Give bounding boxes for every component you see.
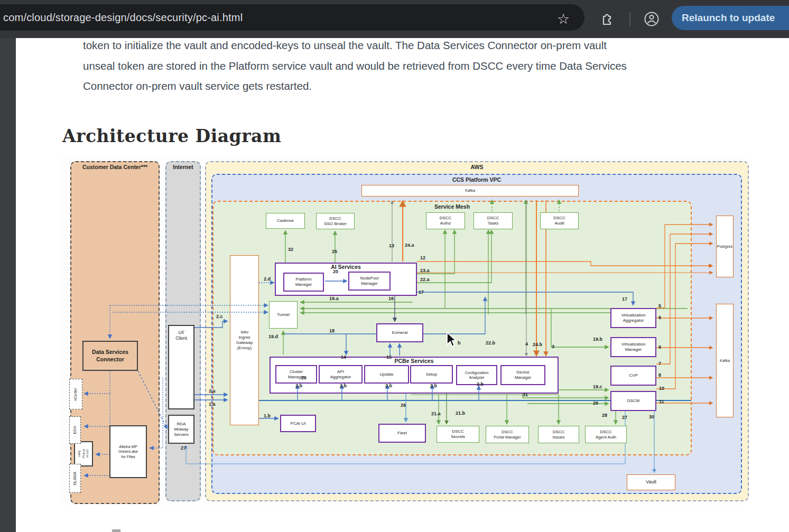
edge-label: 7	[658, 361, 661, 366]
edge-label: 15	[386, 354, 392, 360]
edge-label: 30	[649, 414, 654, 419]
bookmark-star-icon[interactable]: ☆	[553, 0, 574, 38]
toolbar-divider	[629, 12, 630, 26]
edge-label: 23.a	[420, 268, 430, 273]
edge-label: 24.a	[405, 242, 414, 248]
edge-label: 1.a	[209, 402, 216, 407]
edge-label: 13	[389, 243, 394, 248]
edge-label: 6	[658, 315, 661, 320]
edge-label: 29	[593, 400, 598, 406]
edge-label: 16	[388, 296, 394, 301]
edge-label: 19.c	[593, 384, 602, 389]
edge-label: 5	[658, 303, 661, 309]
edge-label: 2.b	[385, 383, 392, 388]
browser-toolbar: com/cloud/storage-design/docs/security/p…	[0, 0, 789, 38]
edge-label: 2.c	[216, 314, 223, 319]
connector-lines-overlay	[62, 156, 747, 506]
edge-label: 24.b	[533, 342, 542, 347]
intro-paragraph: token to initialize the vault and encode…	[83, 35, 765, 97]
edge-label: 19.a	[329, 296, 339, 301]
next-section-fragment	[112, 529, 120, 532]
edge-label: 22.b	[486, 340, 495, 346]
profile-icon[interactable]	[641, 0, 663, 38]
edge-label: 17	[622, 296, 627, 302]
edge-label: 26	[401, 403, 406, 408]
paragraph-line: token to initialize the vault and encode…	[83, 35, 765, 56]
edge-label: 27	[622, 415, 627, 420]
page-title: Architecture Diagram	[62, 126, 281, 146]
edge-label: 28	[602, 413, 607, 418]
edge-label: 1.b	[264, 413, 271, 418]
edge-label: 2.a	[209, 388, 216, 394]
edge-label: 2.b	[340, 383, 347, 388]
edge-label: 2.b	[477, 381, 484, 387]
edge-label: 21.b	[456, 410, 465, 416]
address-bar[interactable]: com/cloud/storage-design/docs/security/p…	[0, 4, 584, 31]
architecture-diagram: Customer Data Center***InternetAWSCCS Pl…	[62, 156, 747, 506]
edge-label: 14	[341, 354, 346, 360]
edge-label: 9	[658, 344, 661, 350]
edge-label: 10	[659, 386, 664, 391]
edge-label: 2.b	[295, 383, 302, 388]
edge-label: 19.d	[268, 334, 278, 339]
edge-label: 11	[659, 399, 664, 404]
edge-label: 26	[301, 375, 307, 380]
edge-label: 25	[332, 249, 337, 254]
edge-label: 3	[552, 344, 554, 349]
edge-label: 27	[181, 445, 186, 451]
edge-label: 4	[525, 341, 528, 347]
edge-label: 21.a	[431, 411, 441, 416]
edge-label: 17	[419, 290, 424, 295]
paragraph-line: Connector on-prem vault service gets res…	[83, 76, 765, 97]
window-edge-strip	[0, 38, 16, 532]
edge-label: 12	[420, 255, 425, 260]
edge-label: 18	[329, 328, 335, 333]
edge-label: 8	[658, 372, 661, 378]
edge-label: 32	[288, 247, 293, 252]
relaunch-to-update-button[interactable]: Relaunch to update	[672, 6, 789, 30]
url-text: com/cloud/storage-design/docs/security/p…	[0, 12, 243, 24]
edge-label: 22.a	[420, 277, 430, 282]
edge-label: 20	[333, 269, 338, 274]
edge-label: 2.b	[430, 383, 437, 388]
extensions-icon[interactable]	[596, 0, 617, 38]
edge-label: 31	[523, 392, 528, 397]
edge-label: 2.d	[264, 276, 271, 282]
paragraph-line: unseal token are stored in the Platform …	[83, 56, 765, 77]
edge-label: 19.b	[593, 337, 602, 342]
